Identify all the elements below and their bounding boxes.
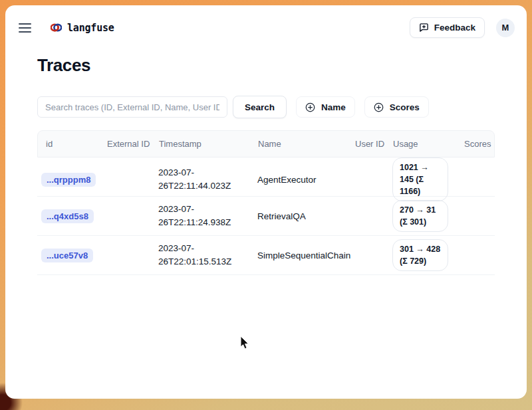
trace-id-cell: ...uce57v8	[37, 249, 106, 262]
filter-name-button[interactable]: Name	[296, 96, 355, 118]
timestamp-cell: 2023-07-26T22:11:24.938Z	[158, 203, 257, 230]
filter-scores-button[interactable]: Scores	[364, 96, 429, 118]
plus-circle-icon	[305, 102, 315, 112]
usage-cell: 270 → 31 (Σ 301)	[392, 200, 464, 232]
avatar-initial: M	[502, 23, 509, 33]
column-header-user-id: User ID	[355, 138, 393, 150]
trace-id-cell: ...q4xd5s8	[37, 209, 106, 223]
search-input[interactable]	[37, 96, 227, 118]
usage-cell: 301 → 428 (Σ 729)	[392, 239, 464, 271]
table-row[interactable]: ...uce57v8 2023-07-26T22:01:15.513Z Simp…	[37, 236, 495, 275]
feedback-button[interactable]: Feedback	[410, 17, 485, 38]
column-header-scores: Scores	[464, 138, 499, 150]
usage-badge: 301 → 428 (Σ 729)	[392, 239, 448, 271]
column-header-external-id: External ID	[107, 138, 159, 150]
table-row[interactable]: ...q4xd5s8 2023-07-26T22:11:24.938Z Retr…	[37, 197, 495, 236]
filter-scores-label: Scores	[390, 102, 420, 112]
langfuse-knot-icon	[51, 23, 62, 33]
table-header-row: id External ID Timestamp Name User ID Us…	[37, 130, 495, 157]
usage-badge: 270 → 31 (Σ 301)	[392, 200, 448, 232]
menu-icon[interactable]	[19, 21, 36, 35]
trace-id-link[interactable]: ...uce57v8	[41, 249, 93, 262]
trace-id-cell: ...qrpppm8	[37, 173, 106, 187]
app-window: langfuse Feedback M Traces Search	[5, 5, 527, 399]
logo-text: langfuse	[67, 22, 114, 34]
column-header-name: Name	[258, 138, 355, 150]
trace-id-link[interactable]: ...q4xd5s8	[41, 209, 94, 223]
name-cell: AgentExecutor	[257, 175, 354, 185]
trace-id-link[interactable]: ...qrpppm8	[41, 173, 96, 187]
search-button[interactable]: Search	[233, 96, 287, 118]
feedback-bubble-icon	[419, 23, 429, 33]
table-row[interactable]: ...qrpppm8 2023-07-26T22:11:44.023Z Agen…	[37, 157, 495, 197]
name-cell: SimpleSequentialChain	[257, 251, 354, 260]
traces-table: id External ID Timestamp Name User ID Us…	[37, 130, 495, 275]
timestamp-cell: 2023-07-26T22:11:44.023Z	[158, 166, 257, 193]
plus-circle-icon	[374, 102, 384, 112]
main-content: Traces Search Name Scores	[5, 55, 527, 275]
avatar[interactable]: M	[496, 19, 515, 37]
usage-cell: 1021 → 145 (Σ 1166)	[392, 157, 464, 201]
top-bar: langfuse Feedback M	[5, 5, 527, 38]
column-header-usage: Usage	[393, 138, 464, 150]
search-row: Search Name Scores	[37, 96, 495, 118]
column-header-timestamp: Timestamp	[159, 138, 258, 150]
feedback-label: Feedback	[434, 23, 475, 33]
usage-badge: 1021 → 145 (Σ 1166)	[392, 157, 448, 201]
filter-name-label: Name	[321, 102, 346, 112]
page-title: Traces	[37, 55, 495, 76]
column-header-id: id	[38, 138, 107, 150]
logo-link[interactable]: langfuse	[51, 22, 114, 34]
timestamp-cell: 2023-07-26T22:01:15.513Z	[158, 242, 257, 269]
name-cell: RetrievalQA	[257, 211, 354, 221]
